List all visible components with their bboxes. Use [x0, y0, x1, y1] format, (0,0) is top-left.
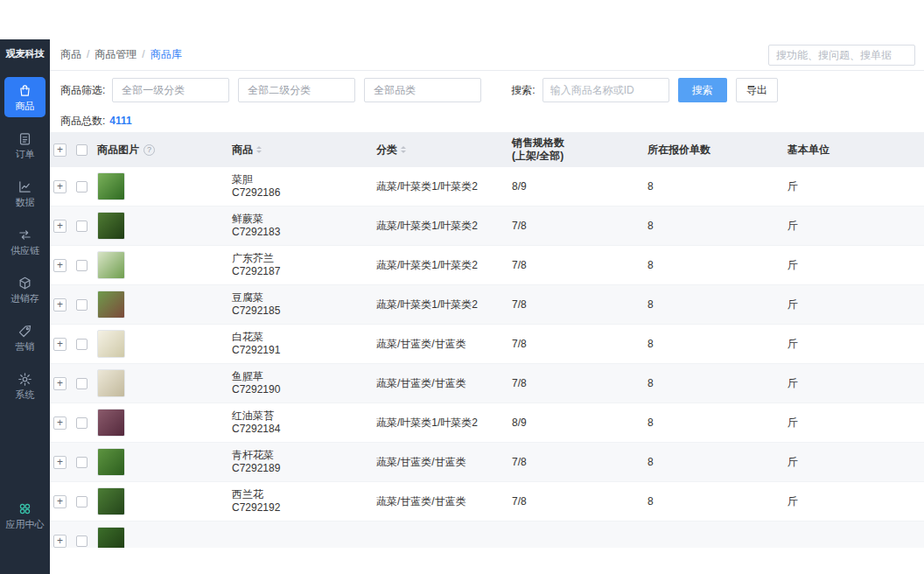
expand-cell: [53, 416, 76, 430]
expand-row-button[interactable]: [53, 495, 66, 508]
expand-all-button[interactable]: [53, 144, 66, 157]
product-image[interactable]: [97, 369, 125, 397]
header-check-cell: [76, 144, 97, 156]
total-count-value[interactable]: 4111: [109, 115, 131, 127]
product-category: 蔬菜/叶菜类1/叶菜类2: [376, 258, 478, 273]
product-image[interactable]: [97, 290, 125, 318]
product-image[interactable]: [97, 212, 125, 240]
category-filter-select-1[interactable]: 全部一级分类: [112, 78, 229, 102]
row-checkbox[interactable]: [76, 181, 88, 192]
sidebar-item-label: 供应链: [10, 246, 39, 256]
header-quotes-label: 所在报价单数: [648, 143, 710, 158]
sidebar-item-orders[interactable]: 订单: [4, 125, 46, 165]
row-checkbox[interactable]: [76, 299, 88, 311]
search-button[interactable]: 搜索: [678, 78, 727, 102]
filter-selects: 全部一级分类 全部二级分类 全部品类: [112, 78, 481, 102]
sort-icon[interactable]: [401, 144, 406, 156]
base-unit: 斤: [788, 337, 798, 352]
spec-count: 8/9: [512, 180, 527, 192]
base-unit: 斤: [788, 416, 798, 430]
product-cell: 广东芥兰 C7292187: [232, 252, 376, 278]
product-cell: 豆腐菜 C7292185: [232, 291, 376, 318]
expand-row-button[interactable]: [53, 259, 66, 272]
product-image[interactable]: [97, 448, 125, 476]
category-filter-select-2[interactable]: 全部二级分类: [238, 78, 355, 102]
row-checkbox[interactable]: [76, 260, 88, 271]
sort-icon[interactable]: [256, 144, 262, 156]
category-cell: 蔬菜/叶菜类1/叶菜类2: [376, 219, 512, 234]
breadcrumb-item[interactable]: 商品管理: [94, 47, 150, 62]
product-name: 豆腐菜: [232, 291, 263, 304]
row-checkbox[interactable]: [76, 417, 88, 429]
row-checkbox[interactable]: [76, 536, 88, 547]
product-name: 广东芥兰: [232, 252, 274, 265]
info-icon[interactable]: [144, 144, 155, 156]
expand-row-button[interactable]: [53, 416, 66, 430]
sidebar-item-supply-chain[interactable]: 供应链: [4, 221, 46, 262]
image-cell: [97, 369, 232, 397]
breadcrumb-item[interactable]: 商品: [60, 47, 94, 62]
product-code: C7292192: [232, 501, 280, 514]
sidebar-item-label: 数据: [16, 198, 35, 207]
expand-row-button[interactable]: [53, 180, 66, 193]
sidebar-item-products[interactable]: 商品: [4, 77, 46, 117]
quotes-cell: 8: [648, 220, 788, 232]
header-product[interactable]: 商品: [232, 143, 376, 158]
sidebar-item-app-center[interactable]: 应用中心: [4, 495, 46, 536]
category-cell: 蔬菜/叶菜类1/叶菜类2: [376, 258, 512, 273]
spec-cell: 8/9: [512, 416, 648, 429]
table-row: 青杆花菜 C7292189 蔬菜/甘蓝类/甘蓝类 7/8 8 斤: [50, 443, 924, 482]
product-name: 鲜蕨菜: [232, 213, 263, 226]
breadcrumb: 商品商品管理商品库: [60, 47, 182, 62]
select-all-checkbox[interactable]: [76, 144, 88, 156]
row-checkbox[interactable]: [76, 496, 88, 508]
product-image[interactable]: [97, 330, 125, 358]
expand-row-button[interactable]: [53, 535, 66, 548]
sidebar-item-inventory[interactable]: 进销存: [4, 270, 46, 310]
global-search-input[interactable]: [768, 45, 915, 66]
spec-cell: 7/8: [512, 259, 648, 271]
sidebar-item-marketing[interactable]: 营销: [4, 318, 46, 358]
select-value: 全部一级分类: [122, 83, 185, 98]
unit-cell: 斤: [788, 455, 924, 470]
product-cell: 红油菜苔 C7292184: [232, 410, 376, 436]
spec-count: 7/8: [512, 338, 527, 350]
product-image[interactable]: [97, 527, 125, 548]
category-cell: 蔬菜/叶菜类1/叶菜类2: [376, 298, 512, 312]
product-image[interactable]: [97, 487, 125, 515]
product-image[interactable]: [97, 409, 125, 437]
quotes-cell: 8: [648, 298, 788, 311]
row-checkbox[interactable]: [76, 220, 88, 232]
unit-cell: 斤: [788, 298, 924, 312]
quote-count: 8: [648, 377, 654, 389]
quote-count: 8: [648, 180, 654, 192]
unit-cell: 斤: [788, 337, 924, 352]
header-category-label: 分类: [376, 143, 397, 158]
row-checkbox[interactable]: [76, 339, 88, 350]
product-image[interactable]: [97, 251, 125, 279]
category-filter-select-3[interactable]: 全部品类: [364, 78, 481, 102]
brand-logo: 观麦科技: [6, 39, 45, 66]
check-cell: [76, 260, 97, 271]
expand-row-button[interactable]: [53, 456, 66, 469]
product-search-input[interactable]: [542, 78, 669, 102]
product-image[interactable]: [97, 172, 125, 200]
expand-row-button[interactable]: [53, 298, 66, 312]
product-category: 蔬菜/叶菜类1/叶菜类2: [376, 179, 478, 194]
spec-count: 8/9: [512, 416, 527, 429]
expand-row-button[interactable]: [53, 377, 66, 390]
sidebar-item-data[interactable]: 数据: [4, 173, 46, 214]
export-button[interactable]: 导出: [736, 78, 778, 102]
quote-count: 8: [648, 220, 654, 232]
spec-count: 7/8: [512, 456, 527, 468]
expand-row-button[interactable]: [53, 220, 66, 233]
header-category[interactable]: 分类: [376, 143, 512, 158]
header-unit: 基本单位: [788, 143, 924, 158]
expand-row-button[interactable]: [53, 338, 66, 351]
row-checkbox[interactable]: [76, 457, 88, 468]
sidebar-item-system[interactable]: 系统: [4, 366, 46, 406]
breadcrumb-item[interactable]: 商品库: [150, 47, 182, 62]
product-code: C7292186: [232, 186, 280, 200]
spec-cell: 7/8: [512, 456, 648, 468]
row-checkbox[interactable]: [76, 378, 88, 389]
